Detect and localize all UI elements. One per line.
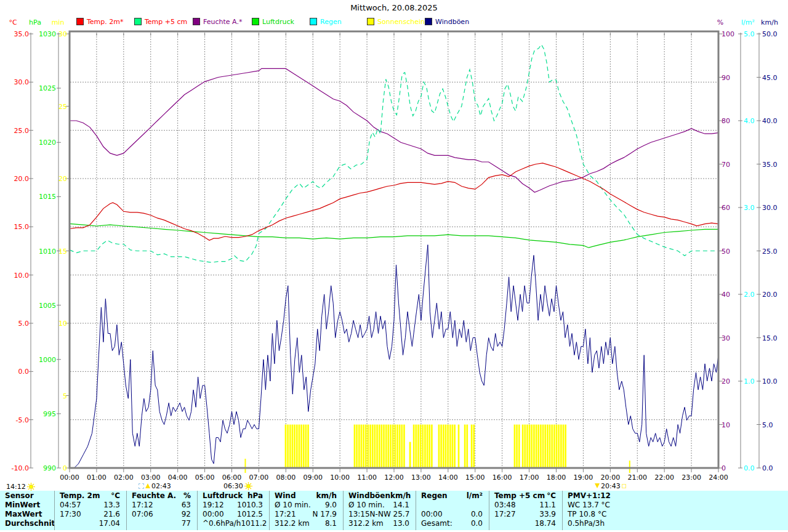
legend-item-windb-en: Windböen <box>425 17 469 26</box>
table-row: 13:15N-NW 25.7 <box>344 510 416 519</box>
x-tick-label: 14:00 <box>438 474 458 482</box>
table-column-luftdruck: LuftdruckhPa19:121010.300:001012.5^0.6hP… <box>197 491 269 530</box>
axis-tick-label: 90 <box>722 74 730 82</box>
axis-tick-label: 1005 <box>39 302 56 310</box>
table-row: 17.04 <box>55 519 126 528</box>
table-row: PMV+1:12 <box>563 491 788 501</box>
legend-swatch <box>425 18 432 25</box>
table-cell: 18.74 <box>535 519 556 528</box>
axis-tick-label: 40 <box>722 291 730 299</box>
axis-tick-label: 15.0 <box>762 334 778 342</box>
axis-tick-label: 1015 <box>39 193 56 201</box>
axis-tick-label: 1.0 <box>744 377 755 385</box>
table-cell: 00:00 <box>203 510 224 519</box>
axis-tick-label: 15.0 <box>14 223 30 231</box>
x-tick-label: 08:00 <box>276 474 296 482</box>
x-tick-label: 22:00 <box>654 474 674 482</box>
table-cell: Temp +5 cm <box>494 491 545 501</box>
x-tick-label: 03:00 <box>141 474 161 482</box>
x-tick-label: 24:00 <box>709 474 728 482</box>
table-row: Temp. 2m°C <box>55 491 126 501</box>
table-row: TP 10.8 °C <box>563 510 788 519</box>
table-cell: 14.1 <box>393 501 409 510</box>
axis-tick-label: 35.0 <box>14 30 30 38</box>
sunshine-bars <box>285 425 566 469</box>
table-cell: TP 10.8 °C <box>568 510 606 519</box>
axis-tick-label: 45.0 <box>762 74 778 82</box>
table-column-regen: Regenl/m²00:000.0Gesamt:0.0 <box>416 491 489 530</box>
sun-below-horizon-icon <box>622 484 626 488</box>
sun-icon <box>27 483 35 491</box>
axis-tick-label: 0 <box>722 464 726 472</box>
table-row: Sensor <box>0 491 54 501</box>
table-cell: 92 <box>182 510 191 519</box>
table-cell: Durchschnitt <box>5 519 54 528</box>
axis-tick-label: -5.0 <box>16 416 29 424</box>
legend-item-sonnenschein: Sonnenschein <box>367 17 425 26</box>
x-tick-label: 01:00 <box>87 474 107 482</box>
sun-icon <box>244 482 252 490</box>
axis-tick-label: 0.0 <box>18 368 30 376</box>
table-row: ^0.6hPa/h1011.2 <box>198 519 269 528</box>
x-tick-label: 00:00 <box>60 474 79 482</box>
axis-tick-label: 30.0 <box>14 78 30 86</box>
axis-tick-label: 2.0 <box>744 291 755 299</box>
table-row: 77 <box>127 519 197 528</box>
sunrise-annotation: 06:30 <box>223 482 252 490</box>
axis-tick-label: 4.0 <box>744 117 755 125</box>
axis-tick-label: 35.0 <box>762 161 778 169</box>
table-cell: 1010.3 <box>237 501 263 510</box>
plot-border <box>70 31 718 468</box>
table-row: 07:0692 <box>127 510 197 519</box>
table-cell: Wind <box>275 491 296 501</box>
axis-tick-label: 30.0 <box>762 204 778 212</box>
table-cell: 0.5hPa/3h <box>568 519 605 528</box>
table-cell: 77 <box>182 519 191 528</box>
table-cell: Luftdruck <box>203 491 243 501</box>
sunset-annotation: 20:43 <box>595 482 626 490</box>
table-cell: MinWert <box>5 501 40 510</box>
table-cell: 00:00 <box>421 510 443 519</box>
table-cell: Feuchte A. <box>132 491 176 501</box>
table-row: 00:001012.5 <box>198 510 269 519</box>
moonrise-time: 02:43 <box>151 482 171 490</box>
x-tick-label: 07:00 <box>249 474 269 482</box>
table-row: Regenl/m² <box>416 491 489 501</box>
legend-item-feuchte-a-: Feuchte A.* <box>193 17 242 26</box>
table-cell: 17.04 <box>99 519 120 528</box>
arrow-down-icon <box>595 483 600 488</box>
table-cell: 11.1 <box>539 501 556 510</box>
axis-tick-label: 25 <box>58 103 67 111</box>
table-cell: 33.9 <box>539 510 556 519</box>
table-column-temp-2m: Temp. 2m°C04:5713.317:3021.617.04 <box>54 491 126 530</box>
table-row: Windböenkm/h <box>344 491 416 501</box>
legend-label: Temp +5 cm <box>145 18 187 26</box>
weather-chart: 00:0001:0002:0003:0004:0005:0006:0007:00… <box>0 0 788 491</box>
sunrise-time: 06:30 <box>223 482 243 490</box>
x-tick-label: 18:00 <box>547 474 566 482</box>
sunset-time: 20:43 <box>601 482 621 490</box>
table-cell: Windböen <box>348 491 390 501</box>
legend-swatch <box>76 18 84 25</box>
axis-tick-label: 25.0 <box>14 127 30 135</box>
table-cell: 17:21 <box>275 510 296 519</box>
table-cell: 13:15 <box>348 510 370 519</box>
axis-tick-label: 1010 <box>39 248 56 256</box>
table-cell: 8.1 <box>325 519 337 528</box>
table-row: Ø 10 min.9.0 <box>270 501 343 510</box>
axis-tick-label: 10.0 <box>762 377 778 385</box>
legend-item-temp-+5-cm: Temp +5 cm <box>134 17 187 26</box>
axis-tick-label: 30 <box>58 30 67 38</box>
table-cell: N-NW 25.7 <box>370 510 410 519</box>
table-cell: WC 13.7 °C <box>568 501 610 510</box>
bottom-left-time-annotation: 14:12 <box>6 482 35 491</box>
axis-tick-label: 5.0 <box>18 320 30 328</box>
axis-tick-label: 20 <box>722 377 730 385</box>
x-tick-label: 13:00 <box>411 474 431 482</box>
table-cell: 04:57 <box>60 501 81 510</box>
table-row: 19:121010.3 <box>198 501 269 510</box>
table-cell: °C <box>111 491 120 501</box>
axis-tick-label: 1030 <box>39 30 56 38</box>
table-cell: 1011.2 <box>241 519 267 528</box>
axis-tick-label: 995 <box>43 410 56 418</box>
